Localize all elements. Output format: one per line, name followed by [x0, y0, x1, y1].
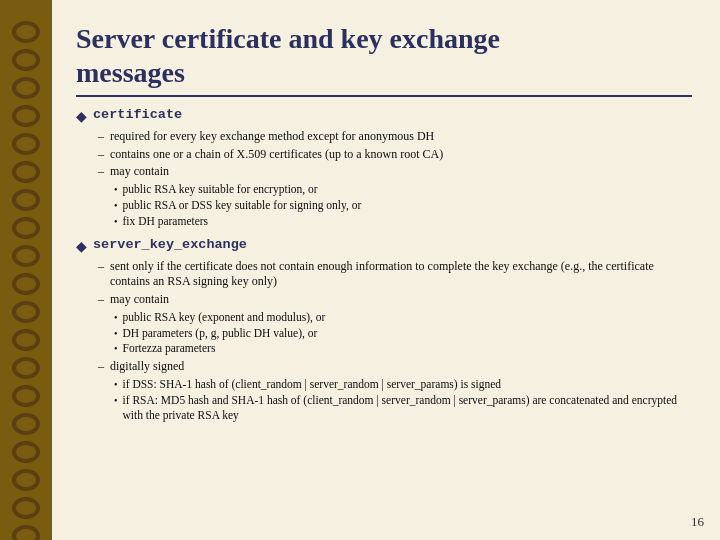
spiral-loop — [12, 245, 40, 267]
dot-bullet-rsa-sign: • public RSA or DSS key suitable for sig… — [114, 198, 692, 213]
dot-bullet-rsa-hash: • if RSA: MD5 hash and SHA-1 hash of (cl… — [114, 393, 692, 423]
sub-text-contains: contains one or a chain of X.509 certifi… — [110, 147, 443, 163]
section-certificate: ◆ certificate – required for every key e… — [76, 107, 692, 229]
spiral-loop — [12, 77, 40, 99]
page-number: 16 — [691, 514, 704, 530]
spiral-loop — [12, 469, 40, 491]
title-line2: messages — [76, 57, 185, 88]
diamond-icon-certificate: ◆ — [76, 108, 87, 125]
dot-text-rsa-hash: if RSA: MD5 hash and SHA-1 hash of (clie… — [123, 393, 692, 423]
slide-title: Server certificate and key exchange mess… — [76, 22, 692, 97]
dot-bullet-dss: • if DSS: SHA-1 hash of (client_random |… — [114, 377, 692, 392]
dot7: • — [114, 379, 118, 390]
dot-text-rsa-sign: public RSA or DSS key suitable for signi… — [123, 198, 362, 213]
sub-bullet-contains: – contains one or a chain of X.509 certi… — [98, 147, 692, 163]
slide-content: Server certificate and key exchange mess… — [52, 0, 720, 540]
dot-text-dss: if DSS: SHA-1 hash of (client_random | s… — [123, 377, 502, 392]
spiral-loop — [12, 441, 40, 463]
dot-bullet-dh-params: • DH parameters (p, g, public DH value),… — [114, 326, 692, 341]
spiral-loop — [12, 385, 40, 407]
dot-text-rsa-enc: public RSA key suitable for encryption, … — [123, 182, 318, 197]
cert-dot-bullets: • public RSA key suitable for encryption… — [114, 182, 692, 229]
certificate-sub-bullets: – required for every key exchange method… — [98, 129, 692, 229]
dot3: • — [114, 216, 118, 227]
sub-text-sent-only: sent only if the certificate does not co… — [110, 259, 692, 290]
dot6: • — [114, 343, 118, 354]
dot-bullet-fortezza: • Fortezza parameters — [114, 341, 692, 356]
dot-bullet-rsa-enc: • public RSA key suitable for encryption… — [114, 182, 692, 197]
server-key-sub-bullets: – sent only if the certificate does not … — [98, 259, 692, 423]
spiral-loop — [12, 525, 40, 540]
spiral-loop — [12, 329, 40, 351]
dot-text-rsa-key: public RSA key (exponent and modulus), o… — [123, 310, 326, 325]
sub-bullet-digitally-signed: – digitally signed — [98, 359, 692, 375]
dot-bullet-rsa-key: • public RSA key (exponent and modulus),… — [114, 310, 692, 325]
section-server-key-exchange: ◆ server_key_exchange – sent only if the… — [76, 237, 692, 423]
spiral-loop — [12, 497, 40, 519]
dash4: – — [98, 259, 104, 274]
spiral-loop — [12, 105, 40, 127]
sub-bullet-required: – required for every key exchange method… — [98, 129, 692, 145]
sub-bullet-may-contain2: – may contain — [98, 292, 692, 308]
signed-dot-bullets: • if DSS: SHA-1 hash of (client_random |… — [114, 377, 692, 423]
spiral-loop — [12, 161, 40, 183]
dot-text-fortezza: Fortezza parameters — [123, 341, 216, 356]
sub-text-may-contain2: may contain — [110, 292, 169, 308]
dash6: – — [98, 359, 104, 374]
dot1: • — [114, 184, 118, 195]
main-bullet-server-key: ◆ server_key_exchange — [76, 237, 692, 255]
spiral-binding — [0, 0, 52, 540]
diamond-icon-server-key: ◆ — [76, 238, 87, 255]
spiral-loop — [12, 133, 40, 155]
server-key-label: server_key_exchange — [93, 237, 247, 252]
spiral-loop — [12, 301, 40, 323]
sub-text-required: required for every key exchange method e… — [110, 129, 434, 145]
spiral-loop — [12, 273, 40, 295]
dot2: • — [114, 200, 118, 211]
sub-bullet-sent-only: – sent only if the certificate does not … — [98, 259, 692, 290]
spiral-loop — [12, 189, 40, 211]
spiral-loop — [12, 49, 40, 71]
spiral-loop — [12, 21, 40, 43]
slide-container: Server certificate and key exchange mess… — [0, 0, 720, 540]
dot-text-dh-params: DH parameters (p, g, public DH value), o… — [123, 326, 318, 341]
dot-bullet-dh: • fix DH parameters — [114, 214, 692, 229]
dot-text-dh: fix DH parameters — [123, 214, 209, 229]
dot8: • — [114, 395, 118, 406]
sub-text-digitally-signed: digitally signed — [110, 359, 184, 375]
main-bullet-certificate: ◆ certificate — [76, 107, 692, 125]
server-key-dot-bullets: • public RSA key (exponent and modulus),… — [114, 310, 692, 357]
sub-bullet-may-contain: – may contain — [98, 164, 692, 180]
dash1: – — [98, 129, 104, 144]
dash2: – — [98, 147, 104, 162]
content-area: ◆ certificate – required for every key e… — [76, 107, 692, 423]
sub-text-may-contain: may contain — [110, 164, 169, 180]
spiral-loop — [12, 217, 40, 239]
dash3: – — [98, 164, 104, 179]
dot5: • — [114, 328, 118, 339]
dash5: – — [98, 292, 104, 307]
spiral-loop — [12, 357, 40, 379]
certificate-label: certificate — [93, 107, 182, 122]
title-line1: Server certificate and key exchange — [76, 23, 500, 54]
dot4: • — [114, 312, 118, 323]
spiral-loop — [12, 413, 40, 435]
